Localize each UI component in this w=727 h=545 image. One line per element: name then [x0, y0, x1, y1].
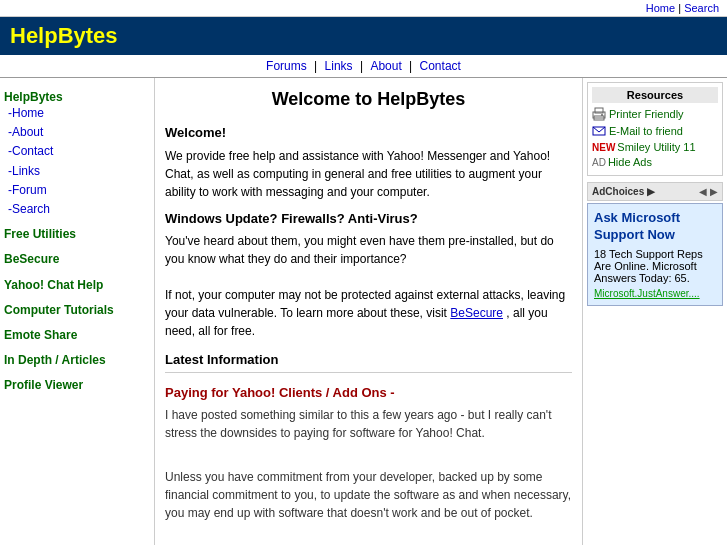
resource-printer: Printer Friendly: [592, 107, 718, 121]
article1-body2: Unless you have commitment from your dev…: [165, 468, 572, 522]
layout: HelpBytes -Home -About -Contact -Links -…: [0, 78, 727, 545]
article1-body1: I have posted something similar to this …: [165, 406, 572, 442]
nav-about[interactable]: About: [370, 59, 401, 73]
adchoices-arrows[interactable]: ◀ ▶: [699, 186, 718, 197]
logo: HelpBytes: [10, 23, 118, 49]
windows-text1: You've heard about them, you might even …: [165, 232, 572, 268]
ad-link[interactable]: Microsoft.JustAnswer....: [594, 288, 716, 299]
windows-text2-block: If not, your computer may not be protect…: [165, 286, 572, 340]
sidebar: HelpBytes -Home -About -Contact -Links -…: [0, 78, 155, 545]
sidebar-site-label: HelpBytes: [4, 90, 150, 104]
right-sidebar: Resources Printer Friendly E-Mail to fri…: [582, 78, 727, 545]
windows-heading: Windows Update? Firewalls? Anti-Virus?: [165, 209, 572, 229]
welcome-heading: Welcome!: [165, 123, 572, 143]
top-bar: Home | Search: [0, 0, 727, 17]
search-link[interactable]: Search: [684, 2, 719, 14]
besecure-link[interactable]: BeSecure: [450, 306, 503, 320]
sidebar-profile-viewer[interactable]: Profile Viewer: [4, 376, 150, 395]
ad-box: Ask Microsoft Support Now 18 Tech Suppor…: [587, 203, 723, 306]
sidebar-besecure[interactable]: BeSecure: [4, 250, 150, 269]
resources-box: Resources Printer Friendly E-Mail to fri…: [587, 82, 723, 176]
nav-bar: Forums | Links | About | Contact: [0, 55, 727, 78]
email-friend-link[interactable]: E-Mail to friend: [609, 125, 683, 137]
nav-links[interactable]: Links: [325, 59, 353, 73]
sidebar-emote-share[interactable]: Emote Share: [4, 326, 150, 345]
sidebar-item-forum[interactable]: -Forum: [4, 181, 150, 200]
sidebar-yahoo-chat-help[interactable]: Yahoo! Chat Help: [4, 276, 150, 295]
ad-title: Ask Microsoft Support Now: [594, 210, 716, 244]
sidebar-in-depth-articles[interactable]: In Depth / Articles: [4, 351, 150, 370]
page-title: Welcome to HelpBytes: [165, 86, 572, 113]
sidebar-item-links[interactable]: -Links: [4, 162, 150, 181]
resource-email: E-Mail to friend: [592, 124, 718, 138]
adchoices-label: AdChoices ▶: [592, 186, 655, 197]
nav-contact[interactable]: Contact: [420, 59, 461, 73]
printer-friendly-link[interactable]: Printer Friendly: [609, 108, 684, 120]
resources-title: Resources: [592, 87, 718, 103]
resource-hide-ads: AD Hide Ads: [592, 156, 718, 168]
home-link[interactable]: Home: [646, 2, 675, 14]
header: HelpBytes: [0, 17, 727, 55]
sidebar-item-about[interactable]: -About: [4, 123, 150, 142]
sidebar-item-contact[interactable]: -Contact: [4, 142, 150, 161]
printer-icon: [592, 107, 606, 121]
sidebar-computer-tutorials[interactable]: Computer Tutorials: [4, 301, 150, 320]
resource-smiley: NEW Smiley Utility 11: [592, 141, 718, 153]
article1-link[interactable]: Paying for Yahoo! Clients / Add Ons -: [165, 385, 395, 400]
ad-body: 18 Tech Support Reps Are Online. Microso…: [594, 248, 716, 284]
article1-title: Paying for Yahoo! Clients / Add Ons -: [165, 383, 572, 403]
welcome-text: We provide free help and assistance with…: [165, 147, 572, 201]
adchoices-bar: AdChoices ▶ ◀ ▶: [587, 182, 723, 201]
sidebar-free-utilities[interactable]: Free Utilities: [4, 225, 150, 244]
email-icon: [592, 124, 606, 138]
nav-forums[interactable]: Forums: [266, 59, 307, 73]
svg-point-3: [601, 114, 603, 116]
sidebar-item-search[interactable]: -Search: [4, 200, 150, 219]
smiley-utility-link[interactable]: Smiley Utility 11: [617, 141, 695, 153]
main-content: Welcome to HelpBytes Welcome! We provide…: [155, 78, 582, 545]
latest-info-title: Latest Information: [165, 350, 572, 373]
new-badge: NEW: [592, 142, 615, 153]
sidebar-item-home[interactable]: -Home: [4, 104, 150, 123]
hide-ads-link[interactable]: Hide Ads: [608, 156, 652, 168]
ad-badge: AD: [592, 157, 606, 168]
